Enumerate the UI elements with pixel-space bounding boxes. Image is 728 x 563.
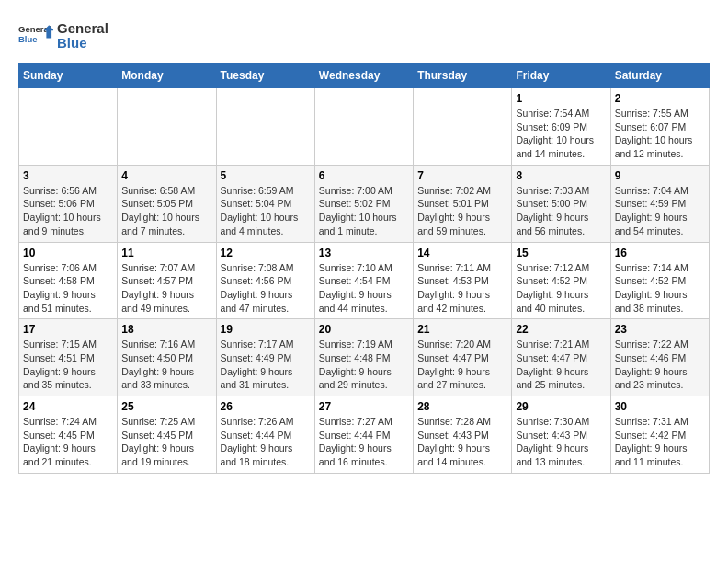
day-cell: 21Sunrise: 7:20 AMSunset: 4:47 PMDayligh… [414,319,512,396]
day-info: Sunrise: 7:31 AMSunset: 4:42 PMDaylight:… [615,415,705,469]
day-cell: 8Sunrise: 7:03 AMSunset: 5:00 PMDaylight… [512,165,610,242]
day-cell: 26Sunrise: 7:26 AMSunset: 4:44 PMDayligh… [216,396,314,474]
day-cell: 28Sunrise: 7:28 AMSunset: 4:43 PMDayligh… [414,396,512,474]
day-number: 2 [615,92,705,105]
weekday-header-thursday: Thursday [414,63,512,88]
day-number: 24 [23,400,113,413]
day-info: Sunrise: 7:08 AMSunset: 4:56 PMDaylight:… [221,261,311,316]
week-row-3: 10Sunrise: 7:06 AMSunset: 4:58 PMDayligh… [19,242,710,319]
day-number: 10 [23,247,113,259]
day-info: Sunrise: 7:55 AMSunset: 6:07 PMDaylight:… [615,107,705,161]
day-number: 5 [221,169,311,182]
day-number: 13 [319,247,409,259]
day-info: Sunrise: 7:20 AMSunset: 4:47 PMDaylight:… [417,338,507,392]
day-info: Sunrise: 7:14 AMSunset: 4:52 PMDaylight:… [615,261,705,316]
day-number: 16 [615,247,705,259]
day-number: 6 [319,169,409,182]
day-info: Sunrise: 7:17 AMSunset: 4:49 PMDaylight:… [221,338,311,392]
day-cell: 3Sunrise: 6:56 AMSunset: 5:06 PMDaylight… [19,165,118,242]
day-number: 14 [417,247,507,259]
day-cell: 17Sunrise: 7:15 AMSunset: 4:51 PMDayligh… [19,319,118,396]
day-number: 17 [23,323,113,336]
weekday-header-tuesday: Tuesday [216,63,314,88]
day-number: 26 [221,400,311,413]
day-info: Sunrise: 7:26 AMSunset: 4:44 PMDaylight:… [221,415,311,469]
weekday-header-saturday: Saturday [610,63,709,88]
day-info: Sunrise: 7:21 AMSunset: 4:47 PMDaylight:… [516,338,606,392]
day-info: Sunrise: 7:54 AMSunset: 6:09 PMDaylight:… [516,107,606,161]
day-info: Sunrise: 7:11 AMSunset: 4:53 PMDaylight:… [417,261,507,316]
day-cell: 19Sunrise: 7:17 AMSunset: 4:49 PMDayligh… [216,319,314,396]
day-number: 25 [121,400,211,413]
logo: General Blue General Blue [18,18,108,53]
svg-text:Blue: Blue [18,34,38,44]
day-info: Sunrise: 7:24 AMSunset: 4:45 PMDaylight:… [23,415,113,469]
week-row-5: 24Sunrise: 7:24 AMSunset: 4:45 PMDayligh… [19,396,710,474]
day-number: 29 [516,400,606,413]
day-info: Sunrise: 7:19 AMSunset: 4:48 PMDaylight:… [319,338,409,392]
day-info: Sunrise: 7:06 AMSunset: 4:58 PMDaylight:… [23,261,113,316]
weekday-header-row: SundayMondayTuesdayWednesdayThursdayFrid… [19,63,710,88]
day-cell: 11Sunrise: 7:07 AMSunset: 4:57 PMDayligh… [118,242,216,319]
day-number: 30 [615,400,705,413]
header: General Blue General Blue [18,18,710,53]
day-cell [118,88,216,166]
day-number: 8 [516,169,606,182]
day-number: 19 [221,323,311,336]
day-cell: 6Sunrise: 7:00 AMSunset: 5:02 PMDaylight… [314,165,413,242]
day-number: 23 [615,323,705,336]
day-number: 1 [516,92,606,105]
week-row-1: 1Sunrise: 7:54 AMSunset: 6:09 PMDaylight… [19,88,710,166]
logo-blue: Blue [57,35,87,51]
day-info: Sunrise: 6:59 AMSunset: 5:04 PMDaylight:… [221,184,311,238]
day-info: Sunrise: 7:27 AMSunset: 4:44 PMDaylight:… [319,415,409,469]
day-cell: 24Sunrise: 7:24 AMSunset: 4:45 PMDayligh… [19,396,118,474]
day-cell: 20Sunrise: 7:19 AMSunset: 4:48 PMDayligh… [314,319,413,396]
day-cell: 16Sunrise: 7:14 AMSunset: 4:52 PMDayligh… [610,242,709,319]
day-cell: 30Sunrise: 7:31 AMSunset: 4:42 PMDayligh… [610,396,709,474]
day-number: 22 [516,323,606,336]
day-cell: 7Sunrise: 7:02 AMSunset: 5:01 PMDaylight… [414,165,512,242]
day-cell [414,88,512,166]
weekday-header-sunday: Sunday [19,63,118,88]
day-cell: 22Sunrise: 7:21 AMSunset: 4:47 PMDayligh… [512,319,610,396]
day-number: 7 [417,169,507,182]
day-number: 12 [221,247,311,259]
day-info: Sunrise: 7:07 AMSunset: 4:57 PMDaylight:… [121,261,211,316]
day-cell: 12Sunrise: 7:08 AMSunset: 4:56 PMDayligh… [216,242,314,319]
day-cell: 2Sunrise: 7:55 AMSunset: 6:07 PMDaylight… [610,88,709,166]
day-number: 15 [516,247,606,259]
day-number: 28 [417,400,507,413]
day-info: Sunrise: 7:22 AMSunset: 4:46 PMDaylight:… [615,338,705,392]
day-cell: 14Sunrise: 7:11 AMSunset: 4:53 PMDayligh… [414,242,512,319]
day-info: Sunrise: 6:58 AMSunset: 5:05 PMDaylight:… [121,184,211,238]
day-cell: 23Sunrise: 7:22 AMSunset: 4:46 PMDayligh… [610,319,709,396]
day-cell: 13Sunrise: 7:10 AMSunset: 4:54 PMDayligh… [314,242,413,319]
logo-general: General [57,20,108,36]
day-number: 9 [615,169,705,182]
day-cell [216,88,314,166]
day-info: Sunrise: 7:02 AMSunset: 5:01 PMDaylight:… [417,184,507,238]
logo-svg: General Blue [18,18,53,53]
day-info: Sunrise: 7:00 AMSunset: 5:02 PMDaylight:… [319,184,409,238]
day-cell: 10Sunrise: 7:06 AMSunset: 4:58 PMDayligh… [19,242,118,319]
day-number: 3 [23,169,113,182]
week-row-2: 3Sunrise: 6:56 AMSunset: 5:06 PMDaylight… [19,165,710,242]
day-info: Sunrise: 7:25 AMSunset: 4:45 PMDaylight:… [121,415,211,469]
weekday-header-friday: Friday [512,63,610,88]
day-cell: 9Sunrise: 7:04 AMSunset: 4:59 PMDaylight… [610,165,709,242]
day-cell [314,88,413,166]
day-info: Sunrise: 6:56 AMSunset: 5:06 PMDaylight:… [23,184,113,238]
day-number: 27 [319,400,409,413]
day-cell: 1Sunrise: 7:54 AMSunset: 6:09 PMDaylight… [512,88,610,166]
day-number: 21 [417,323,507,336]
day-info: Sunrise: 7:12 AMSunset: 4:52 PMDaylight:… [516,261,606,316]
day-cell: 4Sunrise: 6:58 AMSunset: 5:05 PMDaylight… [118,165,216,242]
weekday-header-wednesday: Wednesday [314,63,413,88]
day-cell: 29Sunrise: 7:30 AMSunset: 4:43 PMDayligh… [512,396,610,474]
day-cell [19,88,118,166]
day-info: Sunrise: 7:04 AMSunset: 4:59 PMDaylight:… [615,184,705,238]
day-cell: 18Sunrise: 7:16 AMSunset: 4:50 PMDayligh… [118,319,216,396]
day-info: Sunrise: 7:30 AMSunset: 4:43 PMDaylight:… [516,415,606,469]
day-number: 20 [319,323,409,336]
